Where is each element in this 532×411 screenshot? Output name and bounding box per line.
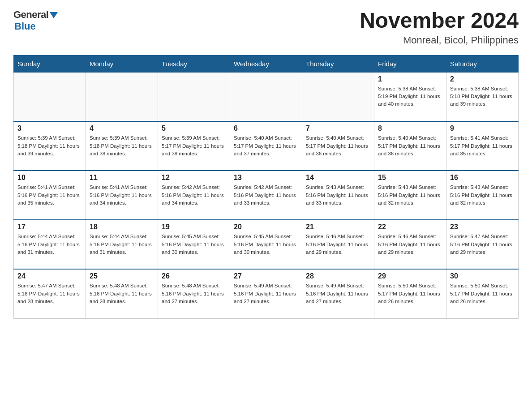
day-info: Sunrise: 5:39 AM Sunset: 5:18 PM Dayligh… [90, 134, 154, 158]
calendar-cell: 25Sunrise: 5:48 AM Sunset: 5:16 PM Dayli… [86, 269, 158, 318]
calendar-cell: 6Sunrise: 5:40 AM Sunset: 5:17 PM Daylig… [230, 121, 302, 171]
logo-line2: Blue [13, 21, 36, 32]
calendar-cell: 26Sunrise: 5:48 AM Sunset: 5:16 PM Dayli… [158, 269, 230, 318]
day-number: 4 [90, 124, 154, 133]
calendar-cell: 9Sunrise: 5:41 AM Sunset: 5:17 PM Daylig… [446, 121, 519, 171]
day-number: 25 [90, 272, 154, 280]
day-number: 22 [378, 223, 442, 231]
day-info: Sunrise: 5:42 AM Sunset: 5:16 PM Dayligh… [234, 184, 298, 207]
day-info: Sunrise: 5:49 AM Sunset: 5:16 PM Dayligh… [306, 282, 370, 305]
page-header: General Blue November 2024 Monreal, Bico… [13, 9, 519, 46]
day-info: Sunrise: 5:45 AM Sunset: 5:16 PM Dayligh… [162, 233, 226, 256]
day-info: Sunrise: 5:41 AM Sunset: 5:17 PM Dayligh… [450, 134, 515, 158]
day-number: 17 [17, 223, 82, 231]
day-number: 30 [450, 272, 515, 280]
calendar-cell [86, 72, 158, 121]
day-info: Sunrise: 5:50 AM Sunset: 5:17 PM Dayligh… [378, 282, 442, 305]
calendar-cell: 4Sunrise: 5:39 AM Sunset: 5:18 PM Daylig… [86, 121, 158, 171]
title-block: November 2024 Monreal, Bicol, Philippine… [360, 9, 519, 46]
day-number: 24 [17, 272, 82, 280]
calendar-cell: 16Sunrise: 5:43 AM Sunset: 5:16 PM Dayli… [446, 171, 519, 220]
day-info: Sunrise: 5:43 AM Sunset: 5:16 PM Dayligh… [450, 184, 515, 207]
day-number: 28 [306, 272, 370, 280]
calendar-cell [14, 72, 86, 121]
logo-line1: General [13, 9, 58, 21]
day-info: Sunrise: 5:46 AM Sunset: 5:16 PM Dayligh… [378, 233, 442, 256]
logo-triangle-icon [50, 12, 58, 18]
calendar-week-row: 1Sunrise: 5:38 AM Sunset: 5:19 PM Daylig… [14, 72, 519, 121]
calendar-cell: 12Sunrise: 5:42 AM Sunset: 5:16 PM Dayli… [158, 171, 230, 220]
day-info: Sunrise: 5:44 AM Sunset: 5:16 PM Dayligh… [17, 233, 82, 256]
calendar-week-row: 17Sunrise: 5:44 AM Sunset: 5:16 PM Dayli… [14, 220, 519, 269]
day-info: Sunrise: 5:47 AM Sunset: 5:16 PM Dayligh… [17, 282, 82, 305]
day-number: 23 [450, 223, 515, 231]
day-number: 12 [162, 174, 226, 182]
calendar-cell: 15Sunrise: 5:43 AM Sunset: 5:16 PM Dayli… [374, 171, 446, 220]
day-number: 18 [90, 223, 154, 231]
day-number: 7 [306, 124, 370, 133]
calendar-header-row: SundayMondayTuesdayWednesdayThursdayFrid… [14, 55, 519, 72]
day-info: Sunrise: 5:40 AM Sunset: 5:17 PM Dayligh… [306, 134, 370, 158]
day-info: Sunrise: 5:40 AM Sunset: 5:17 PM Dayligh… [234, 134, 298, 158]
calendar-cell: 2Sunrise: 5:38 AM Sunset: 5:18 PM Daylig… [446, 72, 519, 121]
calendar-cell: 20Sunrise: 5:45 AM Sunset: 5:16 PM Dayli… [230, 220, 302, 269]
day-info: Sunrise: 5:41 AM Sunset: 5:16 PM Dayligh… [90, 184, 154, 207]
col-header-wednesday: Wednesday [230, 55, 302, 72]
day-info: Sunrise: 5:39 AM Sunset: 5:18 PM Dayligh… [17, 134, 82, 158]
day-number: 26 [162, 272, 226, 280]
day-number: 20 [234, 223, 298, 231]
calendar-cell [302, 72, 374, 121]
calendar-cell: 19Sunrise: 5:45 AM Sunset: 5:16 PM Dayli… [158, 220, 230, 269]
day-info: Sunrise: 5:49 AM Sunset: 5:16 PM Dayligh… [234, 282, 298, 305]
calendar-cell [230, 72, 302, 121]
calendar-week-row: 24Sunrise: 5:47 AM Sunset: 5:16 PM Dayli… [14, 269, 519, 318]
day-number: 1 [378, 75, 442, 83]
month-title: November 2024 [360, 9, 519, 33]
calendar-cell: 22Sunrise: 5:46 AM Sunset: 5:16 PM Dayli… [374, 220, 446, 269]
logo-general-text: General [13, 9, 48, 21]
day-info: Sunrise: 5:42 AM Sunset: 5:16 PM Dayligh… [162, 184, 226, 207]
calendar-cell: 27Sunrise: 5:49 AM Sunset: 5:16 PM Dayli… [230, 269, 302, 318]
calendar-cell: 18Sunrise: 5:44 AM Sunset: 5:16 PM Dayli… [86, 220, 158, 269]
calendar-cell: 7Sunrise: 5:40 AM Sunset: 5:17 PM Daylig… [302, 121, 374, 171]
day-number: 5 [162, 124, 226, 133]
calendar-table: SundayMondayTuesdayWednesdayThursdayFrid… [13, 55, 519, 319]
calendar-cell: 3Sunrise: 5:39 AM Sunset: 5:18 PM Daylig… [14, 121, 86, 171]
day-number: 10 [17, 174, 82, 182]
calendar-cell: 23Sunrise: 5:47 AM Sunset: 5:16 PM Dayli… [446, 220, 519, 269]
day-number: 16 [450, 174, 515, 182]
col-header-sunday: Sunday [14, 55, 86, 72]
day-info: Sunrise: 5:43 AM Sunset: 5:16 PM Dayligh… [306, 184, 370, 207]
col-header-friday: Friday [374, 55, 446, 72]
logo: General Blue [13, 9, 58, 32]
day-info: Sunrise: 5:47 AM Sunset: 5:16 PM Dayligh… [450, 233, 515, 256]
day-number: 19 [162, 223, 226, 231]
day-number: 15 [378, 174, 442, 182]
col-header-thursday: Thursday [302, 55, 374, 72]
calendar-week-row: 3Sunrise: 5:39 AM Sunset: 5:18 PM Daylig… [14, 121, 519, 171]
day-info: Sunrise: 5:38 AM Sunset: 5:18 PM Dayligh… [450, 85, 515, 108]
day-number: 14 [306, 174, 370, 182]
calendar-cell: 24Sunrise: 5:47 AM Sunset: 5:16 PM Dayli… [14, 269, 86, 318]
day-info: Sunrise: 5:45 AM Sunset: 5:16 PM Dayligh… [234, 233, 298, 256]
day-number: 6 [234, 124, 298, 133]
col-header-tuesday: Tuesday [158, 55, 230, 72]
calendar-cell: 13Sunrise: 5:42 AM Sunset: 5:16 PM Dayli… [230, 171, 302, 220]
day-number: 13 [234, 174, 298, 182]
calendar-cell: 14Sunrise: 5:43 AM Sunset: 5:16 PM Dayli… [302, 171, 374, 220]
calendar-cell: 11Sunrise: 5:41 AM Sunset: 5:16 PM Dayli… [86, 171, 158, 220]
col-header-saturday: Saturday [446, 55, 519, 72]
day-info: Sunrise: 5:44 AM Sunset: 5:16 PM Dayligh… [90, 233, 154, 256]
calendar-cell: 30Sunrise: 5:50 AM Sunset: 5:17 PM Dayli… [446, 269, 519, 318]
day-number: 29 [378, 272, 442, 280]
day-number: 2 [450, 75, 515, 83]
day-number: 11 [90, 174, 154, 182]
day-info: Sunrise: 5:38 AM Sunset: 5:19 PM Dayligh… [378, 85, 442, 108]
day-info: Sunrise: 5:48 AM Sunset: 5:16 PM Dayligh… [162, 282, 226, 305]
day-number: 27 [234, 272, 298, 280]
calendar-cell: 29Sunrise: 5:50 AM Sunset: 5:17 PM Dayli… [374, 269, 446, 318]
calendar-cell [158, 72, 230, 121]
location-title: Monreal, Bicol, Philippines [360, 34, 519, 46]
day-info: Sunrise: 5:43 AM Sunset: 5:16 PM Dayligh… [378, 184, 442, 207]
calendar-cell: 21Sunrise: 5:46 AM Sunset: 5:16 PM Dayli… [302, 220, 374, 269]
